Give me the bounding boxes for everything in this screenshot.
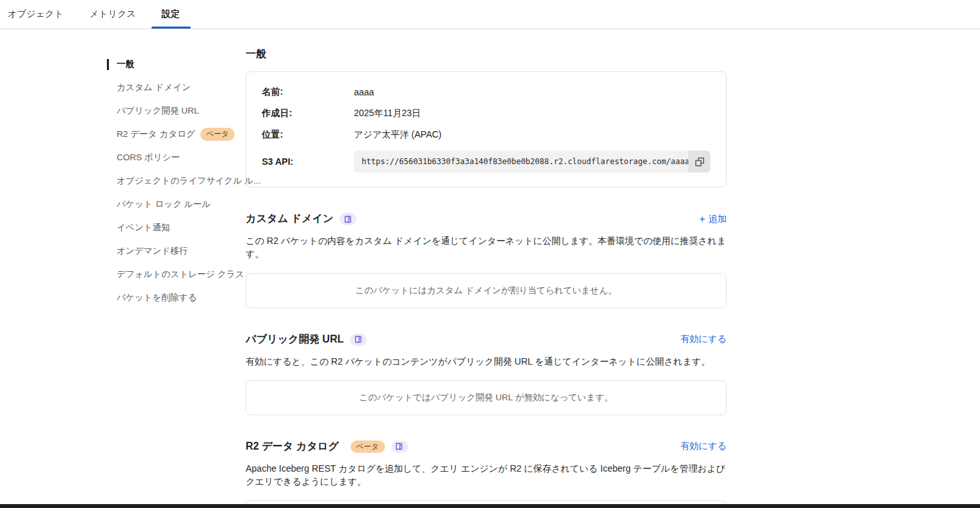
custom-domain-empty-state: このバケットにはカスタム ドメインが割り当てられていません。 <box>246 273 727 308</box>
tab-objects[interactable]: オブジェクト <box>6 1 65 29</box>
enable-data-catalog-link[interactable]: 有効にする <box>681 441 727 452</box>
sidebar-item-bucket-lock-rules[interactable]: バケット ロック ルール <box>107 193 246 216</box>
section-public-dev-url: パブリック開発 URL 有効にする 有効にすると、この R2 バケットのコンテン… <box>246 333 727 415</box>
creation-date-value: 2025年11月23日 <box>354 108 421 119</box>
copy-icon <box>695 157 705 167</box>
section-general: 一般 名前: aaaa 作成日: 2025年11月23日 位置: アジア太平洋 … <box>246 47 727 187</box>
public-dev-url-title: パブリック開発 URL <box>246 333 344 346</box>
sidebar-item-lifecycle-rules[interactable]: オブジェクトのライフサイクル ル... <box>107 169 246 193</box>
sidebar-item-label: デフォルトのストレージ クラス <box>117 269 244 280</box>
tab-metrics[interactable]: メトリクス <box>88 1 137 29</box>
general-info-card: 名前: aaaa 作成日: 2025年11月23日 位置: アジア太平洋 (AP… <box>246 71 727 187</box>
window-bottom-edge <box>0 504 980 508</box>
location-value: アジア太平洋 (APAC) <box>354 129 441 141</box>
sidebar-item-default-storage-class[interactable]: デフォルトのストレージ クラス <box>107 263 246 286</box>
section-custom-domain: カスタム ドメイン + 追加 この R2 バケットの内容をカスタム ドメインを通… <box>246 212 727 308</box>
settings-main: 一般 名前: aaaa 作成日: 2025年11月23日 位置: アジア太平洋 … <box>246 29 727 508</box>
sidebar-item-on-demand-migration[interactable]: オンデマンド移行 <box>107 239 246 263</box>
sidebar-item-label: パブリック開発 URL <box>117 105 199 117</box>
sidebar-item-label: バケットを削除する <box>117 292 197 304</box>
bucket-name-value: aaaa <box>354 87 374 97</box>
row-label: 作成日: <box>262 108 354 119</box>
sidebar-item-label: R2 データ カタログ <box>117 128 195 140</box>
sidebar-item-public-dev-url[interactable]: パブリック開発 URL <box>107 99 246 123</box>
sidebar-item-label: イベント通知 <box>117 222 170 234</box>
sidebar-item-delete-bucket[interactable]: バケットを削除する <box>107 286 246 309</box>
sidebar-item-label: バケット ロック ルール <box>117 199 211 210</box>
beta-badge: ベータ <box>200 128 235 141</box>
data-catalog-title: R2 データ カタログ <box>246 440 339 454</box>
sidebar-item-label: オンデマンド移行 <box>117 245 188 257</box>
s3-api-url-value[interactable]: https://656031b6330f3a3a140f83e0be0b2088… <box>354 151 688 173</box>
row-label: 名前: <box>262 86 354 98</box>
sidebar-item-general[interactable]: 一般 <box>107 53 246 76</box>
public-dev-url-empty-state: このバケットではパブリック開発 URL が無効になっています。 <box>246 380 727 415</box>
row-label: S3 API: <box>262 156 354 167</box>
sidebar-item-label: オブジェクトのライフサイクル ル... <box>117 175 261 187</box>
active-indicator-bar <box>107 59 109 70</box>
section-r2-data-catalog: R2 データ カタログ ベータ 有効にする Apache Iceberg RES… <box>246 440 727 508</box>
general-section-title: 一般 <box>246 47 727 61</box>
add-custom-domain-link[interactable]: + 追加 <box>699 213 727 225</box>
custom-domain-description: この R2 バケットの内容をカスタム ドメインを通じてインターネットに公開します… <box>246 234 727 261</box>
sidebar-item-label: 一般 <box>117 58 134 70</box>
add-label: 追加 <box>708 213 727 225</box>
copy-s3-url-button[interactable] <box>688 151 710 173</box>
enable-public-dev-url-link[interactable]: 有効にする <box>681 333 727 345</box>
sidebar-item-event-notifications[interactable]: イベント通知 <box>107 216 246 239</box>
sidebar-item-custom-domain[interactable]: カスタム ドメイン <box>107 76 246 99</box>
custom-domain-title: カスタム ドメイン <box>246 212 333 226</box>
sidebar-item-label: カスタム ドメイン <box>117 82 191 93</box>
bucket-tabbar: オブジェクト メトリクス 設定 <box>0 0 980 29</box>
row-label: 位置: <box>262 129 354 141</box>
s3-api-field: https://656031b6330f3a3a140f83e0be0b2088… <box>354 151 710 173</box>
tab-settings[interactable]: 設定 <box>161 1 181 29</box>
general-row-s3-api: S3 API: https://656031b6330f3a3a140f83e0… <box>262 151 710 173</box>
sidebar-item-r2-data-catalog[interactable]: R2 データ カタログ ベータ <box>107 123 246 146</box>
docs-book-icon[interactable] <box>340 213 356 225</box>
beta-badge: ベータ <box>351 441 385 454</box>
plus-icon: + <box>699 214 705 224</box>
general-row-name: 名前: aaaa <box>262 86 710 98</box>
sidebar-item-cors-policy[interactable]: CORS ポリシー <box>107 146 246 169</box>
general-row-created: 作成日: 2025年11月23日 <box>262 108 710 119</box>
public-dev-url-description: 有効にすると、この R2 バケットのコンテンツがパブリック開発 URL を通じて… <box>246 355 727 368</box>
settings-sidebar: 一般 カスタム ドメイン パブリック開発 URL R2 データ カタログ ベータ… <box>107 29 246 309</box>
docs-book-icon[interactable] <box>350 333 367 346</box>
sidebar-item-label: CORS ポリシー <box>117 152 180 163</box>
general-row-location: 位置: アジア太平洋 (APAC) <box>262 129 710 141</box>
data-catalog-description: Apache Iceberg REST カタログを追加して、クエリ エンジンが … <box>246 462 727 489</box>
docs-book-icon[interactable] <box>391 441 408 453</box>
